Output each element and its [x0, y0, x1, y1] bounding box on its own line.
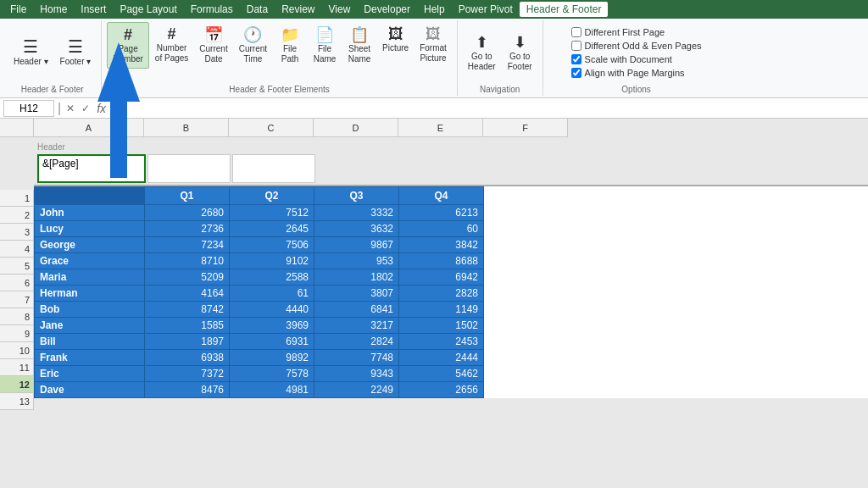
cell-q1[interactable]: 8476: [145, 382, 230, 398]
row-num-5: 5: [0, 258, 33, 274]
cell-name[interactable]: Lucy: [35, 221, 145, 237]
cell-q1[interactable]: 6938: [145, 350, 230, 366]
cancel-formula-icon[interactable]: ✕: [64, 101, 76, 116]
cell-q3[interactable]: 2824: [314, 334, 399, 350]
cell-q4[interactable]: 5462: [399, 366, 484, 382]
menu-view[interactable]: View: [322, 2, 358, 17]
cell-q4[interactable]: 3842: [399, 237, 484, 253]
cell-q3[interactable]: 2249: [314, 382, 399, 398]
cell-q2[interactable]: 3969: [230, 318, 314, 334]
footer-button[interactable]: ☰ Footer ▾: [55, 35, 97, 70]
cell-name[interactable]: Eric: [35, 366, 145, 382]
cell-q3[interactable]: 3632: [314, 221, 399, 237]
cell-q2[interactable]: 6931: [230, 334, 314, 350]
cell-q2[interactable]: 7506: [230, 237, 314, 253]
page-number-button[interactable]: # PageNumber: [107, 22, 149, 69]
cell-name[interactable]: Grace: [35, 253, 145, 269]
cell-name[interactable]: Bob: [35, 302, 145, 318]
cell-reference-input[interactable]: [3, 100, 54, 117]
cell-q4[interactable]: 1502: [399, 318, 484, 334]
cell-name[interactable]: Herman: [35, 286, 145, 302]
menu-data[interactable]: Data: [240, 2, 275, 17]
cell-name[interactable]: John: [35, 205, 145, 221]
cell-q3[interactable]: 953: [314, 253, 399, 269]
current-time-button[interactable]: 🕐 CurrentTime: [234, 22, 272, 68]
header-cell-center[interactable]: [147, 154, 231, 183]
cell-name[interactable]: Bill: [35, 334, 145, 350]
number-of-pages-button[interactable]: # Numberof Pages: [150, 22, 193, 67]
cell-q2[interactable]: 4440: [230, 302, 314, 318]
function-icon[interactable]: fx: [95, 100, 108, 117]
file-name-button[interactable]: 📄 FileName: [308, 22, 342, 68]
cell-q3[interactable]: 3217: [314, 318, 399, 334]
cell-q1[interactable]: 7234: [145, 237, 230, 253]
current-date-button[interactable]: 📅 CurrentDate: [194, 22, 232, 68]
cell-q1[interactable]: 2736: [145, 221, 230, 237]
cell-q3[interactable]: 6841: [314, 302, 399, 318]
cell-q3[interactable]: 9343: [314, 366, 399, 382]
cell-q3[interactable]: 7748: [314, 350, 399, 366]
header-cell-left[interactable]: &[Page]: [37, 154, 146, 183]
scale-with-document-checkbox[interactable]: [571, 54, 581, 64]
cell-q2[interactable]: 2588: [230, 269, 314, 286]
go-to-footer-button[interactable]: ⬇ Go toFooter: [503, 30, 537, 75]
cell-name[interactable]: George: [35, 237, 145, 253]
menu-insert[interactable]: Insert: [74, 2, 113, 17]
menu-developer[interactable]: Developer: [357, 2, 417, 17]
cell-name[interactable]: Maria: [35, 269, 145, 286]
cell-q4[interactable]: 2656: [399, 382, 484, 398]
file-path-button[interactable]: 📁 FilePath: [273, 22, 307, 68]
picture-button[interactable]: 🖼 Picture: [377, 22, 414, 57]
different-odd-even-checkbox[interactable]: [571, 41, 581, 51]
header-cell-right[interactable]: [232, 154, 315, 183]
cell-q2[interactable]: 61: [230, 286, 314, 302]
header-button[interactable]: ☰ Header ▾: [8, 35, 53, 70]
cell-q1[interactable]: 1585: [145, 318, 230, 334]
menu-help[interactable]: Help: [417, 2, 452, 17]
cell-name[interactable]: Frank: [35, 350, 145, 366]
go-to-header-button[interactable]: ⬆ Go toHeader: [463, 30, 501, 75]
cell-q2[interactable]: 4981: [230, 382, 314, 398]
cell-q1[interactable]: 7372: [145, 366, 230, 382]
menu-power-pivot[interactable]: Power Pivot: [452, 2, 520, 17]
cell-q1[interactable]: 5209: [145, 269, 230, 286]
cell-q4[interactable]: 1149: [399, 302, 484, 318]
cell-q4[interactable]: 60: [399, 221, 484, 237]
cell-q4[interactable]: 2444: [399, 350, 484, 366]
cell-q1[interactable]: 1897: [145, 334, 230, 350]
cell-q4[interactable]: 2453: [399, 334, 484, 350]
cell-q3[interactable]: 3332: [314, 205, 399, 221]
sheet-name-button[interactable]: 📋 SheetName: [342, 22, 376, 68]
cell-q4[interactable]: 2828: [399, 286, 484, 302]
cell-q1[interactable]: 8742: [145, 302, 230, 318]
confirm-formula-icon[interactable]: ✓: [80, 101, 92, 116]
cell-q4[interactable]: 6213: [399, 205, 484, 221]
menu-page-layout[interactable]: Page Layout: [113, 2, 183, 17]
th-q2: Q2: [230, 187, 314, 205]
menu-review[interactable]: Review: [275, 2, 321, 17]
format-picture-button[interactable]: 🖼 FormatPicture: [415, 22, 452, 67]
picture-label: Picture: [382, 43, 409, 53]
cell-name[interactable]: Jane: [35, 318, 145, 334]
cell-q4[interactable]: 8688: [399, 253, 484, 269]
cell-q1[interactable]: 4164: [145, 286, 230, 302]
menu-header-footer[interactable]: Header & Footer: [520, 2, 609, 17]
cell-q2[interactable]: 2645: [230, 221, 314, 237]
menu-home[interactable]: Home: [33, 2, 74, 17]
cell-q3[interactable]: 3807: [314, 286, 399, 302]
cell-q3[interactable]: 9867: [314, 237, 399, 253]
cell-q4[interactable]: 6942: [399, 269, 484, 286]
cell-q1[interactable]: 8710: [145, 253, 230, 269]
cell-q2[interactable]: 7512: [230, 205, 314, 221]
cell-q2[interactable]: 9892: [230, 350, 314, 366]
cell-q1[interactable]: 2680: [145, 205, 230, 221]
different-first-page-checkbox[interactable]: [571, 27, 581, 37]
cell-name[interactable]: Dave: [35, 382, 145, 398]
align-page-margins-checkbox[interactable]: [571, 68, 581, 78]
formula-input[interactable]: [111, 101, 865, 116]
cell-q2[interactable]: 7578: [230, 366, 314, 382]
cell-q3[interactable]: 1802: [314, 269, 399, 286]
menu-formulas[interactable]: Formulas: [184, 2, 240, 17]
cell-q2[interactable]: 9102: [230, 253, 314, 269]
menu-file[interactable]: File: [3, 2, 33, 17]
